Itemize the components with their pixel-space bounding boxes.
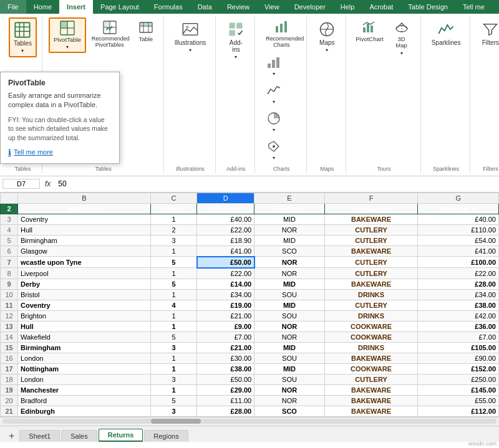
cell-branch[interactable]: Birmingham — [18, 235, 151, 245]
cell-branch[interactable]: Wakefield — [18, 331, 151, 342]
bar-chart-button[interactable]: ▾ — [261, 52, 286, 79]
tab-help[interactable]: Help — [333, 0, 362, 14]
horizontal-scrollbar[interactable] — [0, 417, 499, 426]
product-header[interactable]: Product — [324, 203, 418, 214]
cell-price[interactable]: £11.00 — [197, 395, 254, 406]
tab-review[interactable]: Review — [220, 0, 257, 14]
tab-developer[interactable]: Developer — [287, 0, 333, 14]
tab-home[interactable]: Home — [26, 0, 59, 14]
cell-region[interactable]: MID — [254, 300, 325, 310]
cell-region[interactable]: MID — [254, 214, 325, 224]
cell-branch[interactable]: Coventry — [18, 214, 151, 224]
cell-price[interactable]: £22.00 — [197, 268, 254, 279]
cell-revenue[interactable]: £28.00 — [418, 279, 499, 289]
cell-branch[interactable]: Brighton — [18, 310, 151, 321]
cell-qty[interactable]: 1 — [150, 321, 197, 331]
cell-price[interactable]: £38.00 — [197, 363, 254, 374]
sheet-tab-sales[interactable]: Sales — [61, 430, 97, 442]
scroll-thumb[interactable] — [151, 419, 201, 424]
cell-price[interactable]: £9.00 — [197, 321, 254, 331]
cell-region[interactable]: SOU — [254, 353, 325, 363]
cell-product[interactable]: COOKWARE — [324, 363, 418, 374]
cell-revenue[interactable]: £38.00 — [418, 300, 499, 310]
cell-qty[interactable]: 4 — [150, 300, 197, 310]
cell-revenue[interactable]: £40.00 — [418, 214, 499, 224]
tab-acrobat[interactable]: Acrobat — [362, 0, 400, 14]
cell-reference-box[interactable] — [2, 179, 40, 189]
cell-product[interactable]: BAKEWARE — [324, 214, 418, 224]
cell-region[interactable]: SCO — [254, 406, 325, 416]
qty-header[interactable]: Qty — [150, 203, 197, 214]
sheet-tab-regions[interactable]: Regions — [144, 430, 188, 442]
cell-product[interactable]: CUTLERY — [324, 374, 418, 384]
cell-qty[interactable]: 2 — [150, 224, 197, 235]
tables-button[interactable]: Tables ▾ — [9, 17, 37, 57]
cell-region[interactable]: SOU — [254, 374, 325, 384]
cell-branch[interactable]: Bristol — [18, 289, 151, 300]
tab-page-layout[interactable]: Page Layout — [93, 0, 147, 14]
cell-qty[interactable]: 1 — [150, 214, 197, 224]
cell-branch[interactable]: Hull — [18, 321, 151, 331]
cell-product[interactable]: BAKEWARE — [324, 395, 418, 406]
cell-branch[interactable]: London — [18, 374, 151, 384]
cell-qty[interactable]: 1 — [150, 384, 197, 395]
cell-branch[interactable]: Birmingham — [18, 342, 151, 353]
illustrations-button[interactable]: Illustrations ▾ — [170, 17, 211, 56]
cell-qty[interactable]: 5 — [150, 279, 197, 289]
cell-qty[interactable]: 1 — [150, 353, 197, 363]
col-header-c[interactable]: C — [150, 193, 197, 203]
cell-product[interactable]: COOKWARE — [324, 321, 418, 331]
filters-button[interactable]: Filters — [477, 17, 499, 49]
cell-product[interactable]: CUTLERY — [324, 257, 418, 268]
col-header-d[interactable]: D — [197, 193, 254, 203]
tooltip-tell-me-more-link[interactable]: ℹ Tell me more — [8, 148, 112, 157]
cell-price[interactable]: £41.00 — [197, 245, 254, 257]
cell-branch[interactable]: Liverpool — [18, 268, 151, 279]
cell-revenue[interactable]: £112.00 — [418, 406, 499, 416]
cell-qty[interactable]: 3 — [150, 374, 197, 384]
cell-price[interactable]: £50.00 — [197, 257, 254, 268]
cell-qty[interactable]: 1 — [150, 245, 197, 257]
branch-header[interactable]: Branch — [18, 203, 151, 214]
cell-revenue[interactable]: £7.00 — [418, 331, 499, 342]
cell-qty[interactable]: 5 — [150, 395, 197, 406]
cell-qty[interactable]: 1 — [150, 363, 197, 374]
cell-product[interactable]: COOKWARE — [324, 331, 418, 342]
cell-branch[interactable]: wcastle upon Tyne — [18, 257, 151, 268]
cell-revenue[interactable]: £105.00 — [418, 342, 499, 353]
cell-branch[interactable]: Manchester — [18, 384, 151, 395]
cell-price[interactable]: £30.00 — [197, 353, 254, 363]
cell-product[interactable]: DRINKS — [324, 310, 418, 321]
cell-revenue[interactable]: £55.00 — [418, 395, 499, 406]
cell-qty[interactable]: 3 — [150, 342, 197, 353]
cell-region[interactable]: MID — [254, 363, 325, 374]
cell-region[interactable]: NOR — [254, 331, 325, 342]
col-header-e[interactable]: E — [254, 193, 325, 203]
cell-price[interactable]: £7.00 — [197, 331, 254, 342]
cell-revenue[interactable]: £100.00 — [418, 257, 499, 268]
cell-product[interactable]: CUTLERY — [324, 224, 418, 235]
cell-product[interactable]: DRINKS — [324, 342, 418, 353]
cell-price[interactable]: £19.00 — [197, 300, 254, 310]
cell-region[interactable]: NOR — [254, 224, 325, 235]
cell-qty[interactable]: 5 — [150, 257, 197, 268]
cell-price[interactable]: £34.00 — [197, 289, 254, 300]
cell-region[interactable]: SCO — [254, 245, 325, 257]
table-button[interactable]: Table — [133, 17, 158, 45]
cell-price[interactable]: £28.00 — [197, 406, 254, 416]
col-header-b[interactable]: B — [18, 193, 151, 203]
cell-qty[interactable]: 1 — [150, 310, 197, 321]
tab-view[interactable]: View — [257, 0, 287, 14]
pivottable-button[interactable]: PivotTable ▾ — [49, 17, 86, 53]
add-sheet-button[interactable]: + — [4, 431, 19, 442]
cell-product[interactable]: BAKEWARE — [324, 353, 418, 363]
formula-input[interactable] — [56, 179, 497, 189]
cell-product[interactable]: BAKEWARE — [324, 406, 418, 416]
cell-branch[interactable]: Bradford — [18, 395, 151, 406]
line-chart-button[interactable]: ▾ — [261, 80, 286, 107]
cell-region[interactable]: MID — [254, 342, 325, 353]
tab-data[interactable]: Data — [190, 0, 220, 14]
cell-branch[interactable]: London — [18, 353, 151, 363]
cell-revenue[interactable]: £110.00 — [418, 224, 499, 235]
cell-revenue[interactable]: £34.00 — [418, 289, 499, 300]
